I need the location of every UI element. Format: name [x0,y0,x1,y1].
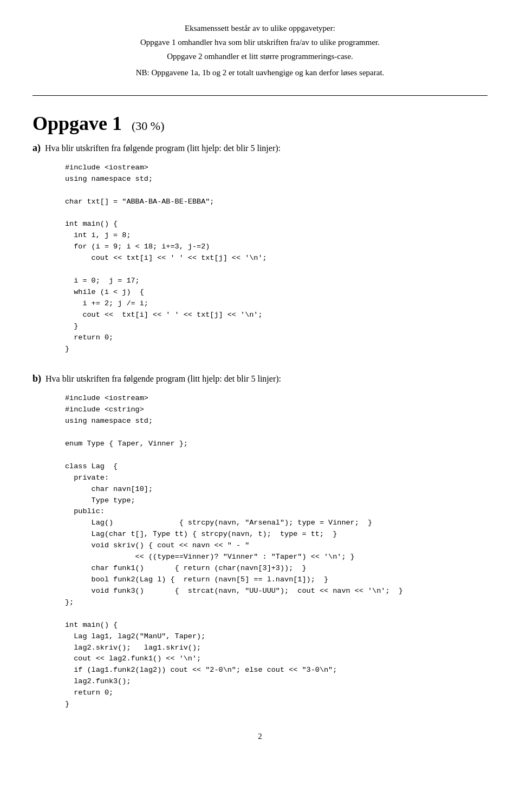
sub-text-a: Hva blir utskriften fra følgende program… [45,143,281,153]
sub-label-b: b) [32,373,41,384]
header-line4: NB: Oppgavene 1a, 1b og 2 er totalt uavh… [32,66,487,79]
header-line3: Oppgave 2 omhandler et litt større progr… [32,50,487,63]
oppgave1-title-text: Oppgave 1 [32,113,122,134]
header-line1: Eksamenssett består av to ulike oppgavet… [32,22,487,35]
header-section: Eksamenssett består av to ulike oppgavet… [32,22,487,79]
code-block-b: #include <iostream> #include <cstring> u… [65,393,487,710]
header-line2: Oppgave 1 omhandler hva som blir utskrif… [32,36,487,49]
sub-label-a: a) [32,142,41,153]
code-block-a: #include <iostream> using namespace std;… [65,162,487,355]
oppgave1-title: Oppgave 1 (30 %) [32,112,487,135]
sub-question-a: a) Hva blir utskriften fra følgende prog… [32,140,487,156]
oppgave1-section: Oppgave 1 (30 %) a) Hva blir utskriften … [32,112,487,710]
page-number: 2 [32,732,487,741]
oppgave1-percent: (30 %) [132,119,164,133]
header-divider [32,95,487,96]
sub-text-b: Hva blir utskriften fra følgende program… [46,374,281,383]
sub-question-b: b) Hva blir utskriften fra følgende prog… [32,371,487,387]
